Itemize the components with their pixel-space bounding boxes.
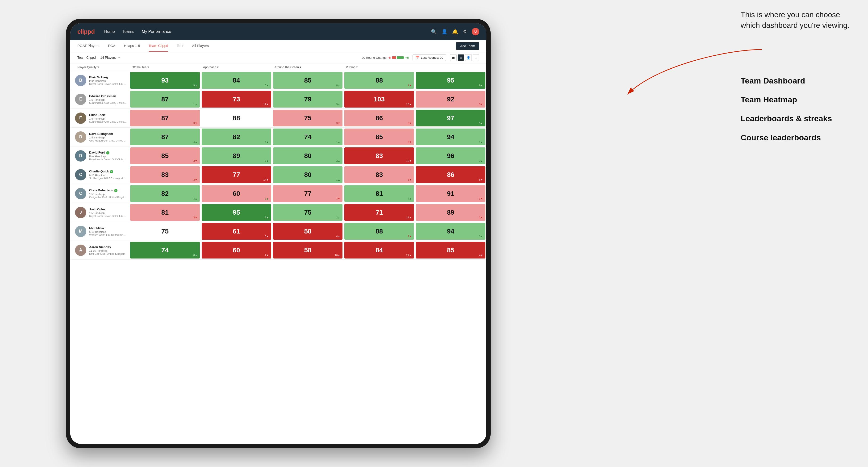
person-icon[interactable]: 👤: [441, 29, 447, 34]
sub-nav-pga[interactable]: PGA: [108, 40, 116, 52]
score-value: 87: [161, 115, 168, 122]
score-change: 1▲: [479, 141, 483, 144]
list-view-button[interactable]: ▤: [458, 54, 464, 61]
player-handicap: 1-5 Handicap: [89, 212, 127, 214]
score-value: 103: [374, 96, 385, 103]
score-cell: 873▼: [130, 110, 200, 126]
score-value: 88: [375, 228, 383, 235]
nav-link-teams[interactable]: Teams: [122, 29, 134, 34]
player-cell[interactable]: EEdward Crossman1-5 HandicapSunningdale …: [70, 90, 129, 108]
person-view-button[interactable]: 👤: [465, 54, 472, 61]
table-row[interactable]: DDavid Ford✓Plus HandicapRoyal North Dev…: [70, 147, 486, 165]
player-cell[interactable]: MMatt Miller6-10 HandicapWoburn Golf Clu…: [70, 222, 129, 241]
score-change: 3▼: [193, 122, 197, 125]
player-name: David Ford✓: [89, 151, 127, 154]
player-cell[interactable]: EElliot Ebert1-5 HandicapSunningdale Gol…: [70, 109, 129, 127]
player-club: Royal North Devon Golf Club, United King…: [89, 158, 127, 161]
table-row[interactable]: MMatt Miller6-10 HandicapWoburn Golf Clu…: [70, 222, 486, 241]
ipad-frame: clippd Home Teams My Performance 🔍 👤 🔔 ⚙…: [66, 19, 491, 448]
score-value: 81: [161, 209, 168, 216]
settings-icon[interactable]: ⚙: [463, 29, 467, 34]
player-name: Matt Miller: [89, 226, 127, 230]
bell-icon[interactable]: 🔔: [452, 29, 458, 34]
option-course-leaderboards[interactable]: Course leaderboards: [741, 132, 854, 143]
table-rows: BBlair McHargPlus HandicapRoyal North De…: [70, 71, 486, 260]
search-icon[interactable]: 🔍: [431, 29, 437, 34]
score-change: 10▼: [406, 159, 412, 162]
grid-view-button[interactable]: ⊞: [450, 54, 457, 61]
score-change: 3▼: [193, 159, 197, 162]
sub-nav-tour[interactable]: Tour: [177, 40, 184, 52]
player-handicap: 11-15 Handicap: [89, 249, 127, 252]
player-cell[interactable]: CChris Robertson✓1-5 HandicapCraigmillar…: [70, 184, 129, 203]
score-change: 4▼: [479, 254, 483, 257]
option-team-heatmap[interactable]: Team Heatmap: [741, 94, 854, 105]
user-avatar[interactable]: U: [472, 28, 479, 35]
player-club: Royal North Devon Golf Club, United King…: [89, 83, 127, 85]
score-value: 58: [304, 247, 311, 254]
player-cell[interactable]: DDave Billingham1-5 HandicapGog Magog Go…: [70, 128, 129, 146]
player-avatar: D: [75, 150, 86, 161]
score-value: 75: [304, 115, 311, 122]
nav-link-myperformance[interactable]: My Performance: [142, 29, 171, 34]
table-row[interactable]: CChris Robertson✓1-5 HandicapCraigmillar…: [70, 184, 486, 203]
table-row[interactable]: JJosh Coles1-5 HandicapRoyal North Devon…: [70, 203, 486, 222]
nav-links: Home Teams My Performance: [104, 29, 431, 34]
last-rounds-button[interactable]: 📅 Last Rounds: 20: [412, 55, 446, 61]
col-off-tee[interactable]: Off the Tee ▾: [129, 65, 201, 69]
score-value: 83: [375, 171, 383, 179]
player-info: Charlie Quick✓6-10 HandicapSt. George's …: [89, 169, 127, 180]
dashboard-options-list: Team Dashboard Team Heatmap Leaderboards…: [741, 75, 854, 151]
option-team-dashboard[interactable]: Team Dashboard: [741, 75, 854, 86]
score-cell: 10315▲: [344, 91, 414, 107]
nav-link-home[interactable]: Home: [104, 29, 115, 34]
table-row[interactable]: BBlair McHargPlus HandicapRoyal North De…: [70, 71, 486, 90]
player-cell[interactable]: AAaron Nicholls11-15 HandicapDrift Golf …: [70, 241, 129, 259]
score-cell: 882▼: [344, 223, 414, 240]
score-cell: 871▲: [130, 91, 200, 107]
download-button[interactable]: ↓: [473, 54, 479, 61]
nav-right: 🔍 👤 🔔 ⚙ U: [431, 28, 479, 35]
player-avatar: B: [75, 75, 86, 86]
score-change: 9▲: [479, 84, 483, 87]
score-change: 3▲: [336, 159, 340, 162]
player-info: Blair McHargPlus HandicapRoyal North Dev…: [89, 75, 127, 85]
table-row[interactable]: CCharlie Quick✓6-10 HandicapSt. George's…: [70, 165, 486, 184]
table-row[interactable]: AAaron Nicholls11-15 HandicapDrift Golf …: [70, 241, 486, 260]
player-cell[interactable]: BBlair McHargPlus HandicapRoyal North De…: [70, 71, 129, 90]
col-putting[interactable]: Putting ▾: [343, 65, 415, 69]
bar-red: [392, 56, 396, 59]
player-club: Sunningdale Golf Club, United Kingdom: [89, 120, 127, 123]
add-team-button[interactable]: Add Team: [456, 42, 479, 50]
score-change: 4▲: [265, 141, 269, 144]
sub-nav-team-clippd[interactable]: Team Clippd: [149, 40, 168, 52]
score-cell: 799▲: [273, 91, 343, 107]
score-cell: 941▲: [416, 129, 486, 145]
score-change: 1▲: [336, 141, 340, 144]
score-cell: 8310▼: [344, 148, 414, 164]
col-approach[interactable]: Approach ▾: [201, 65, 272, 69]
minus-label: -5: [388, 56, 391, 59]
table-row[interactable]: EEdward Crossman1-5 HandicapSunningdale …: [70, 90, 486, 109]
score-cell: 866▼: [344, 110, 414, 126]
option-leaderboards-streaks[interactable]: Leaderboards & streaks: [741, 113, 854, 124]
edit-icon[interactable]: ✏: [118, 56, 120, 59]
score-change: 6▲: [265, 84, 269, 87]
player-name: Blair McHarg: [89, 75, 127, 79]
score-cell: 753▼: [273, 110, 343, 126]
sub-nav-all-players[interactable]: All Players: [192, 40, 209, 52]
sub-nav-hcaps[interactable]: Hcaps 1-5: [124, 40, 140, 52]
col-player-quality[interactable]: Player Quality ▾: [70, 65, 129, 69]
player-handicap: 1-5 Handicap: [89, 136, 127, 139]
player-cell[interactable]: CCharlie Quick✓6-10 HandicapSt. George's…: [70, 165, 129, 184]
sub-nav-pgat[interactable]: PGAT Players: [78, 40, 99, 52]
table-row[interactable]: EElliot Ebert1-5 HandicapSunningdale Gol…: [70, 109, 486, 128]
score-value: 87: [161, 96, 168, 103]
player-cell[interactable]: JJosh Coles1-5 HandicapRoyal North Devon…: [70, 203, 129, 222]
table-row[interactable]: DDave Billingham1-5 HandicapGog Magog Go…: [70, 128, 486, 147]
col-around-green[interactable]: Around the Green ▾: [272, 65, 344, 69]
player-cell[interactable]: DDavid Ford✓Plus HandicapRoyal North Dev…: [70, 147, 129, 165]
score-value: 85: [304, 76, 311, 84]
score-change: 10▲: [335, 254, 340, 257]
score-change: 11▼: [263, 103, 269, 106]
